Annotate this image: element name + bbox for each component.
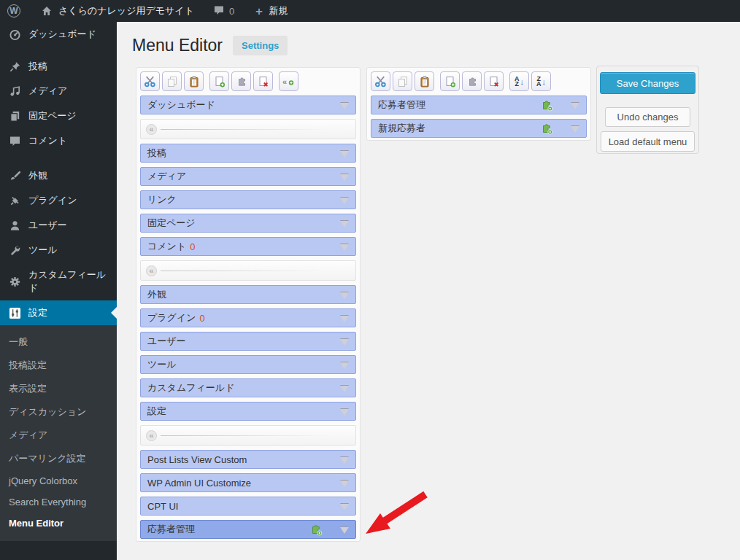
plugin-button[interactable] xyxy=(462,71,482,91)
delete-button[interactable] xyxy=(484,71,504,91)
sidebar-item-posts[interactable]: 投稿 xyxy=(0,54,117,79)
chevron-down-icon[interactable] xyxy=(340,362,349,373)
menu-separator[interactable]: « xyxy=(140,425,356,446)
chevron-down-icon[interactable] xyxy=(571,126,579,137)
sidebar-item-media[interactable]: メディア xyxy=(0,79,117,104)
chevron-down-icon[interactable] xyxy=(340,481,349,491)
custom-menu-panel: AZ ↓ ZA ↓ 応募者管理 xyxy=(366,67,591,141)
chevron-down-icon[interactable] xyxy=(340,339,349,350)
chevron-down-icon[interactable] xyxy=(340,174,349,185)
chevron-down-icon[interactable] xyxy=(340,316,349,327)
chevron-down-icon[interactable] xyxy=(340,198,349,209)
sidebar-item-settings[interactable]: 設定 xyxy=(0,300,117,325)
copy-button[interactable] xyxy=(393,71,412,91)
menu-item-cpt-ui[interactable]: CPT UI xyxy=(140,497,356,516)
chevron-down-icon[interactable] xyxy=(340,527,349,538)
paste-button[interactable] xyxy=(184,71,204,91)
right-panel-toolbar: AZ ↓ ZA ↓ xyxy=(367,68,590,95)
settings-button[interactable]: Settings xyxy=(233,36,288,55)
chevron-down-icon[interactable] xyxy=(571,103,579,114)
separator-line xyxy=(161,271,330,271)
sort-ascending-button[interactable]: AZ ↓ xyxy=(509,71,529,91)
menu-item-dashboard[interactable]: ダッシュボード xyxy=(140,96,356,114)
submenu-search-everything[interactable]: Search Everything xyxy=(0,491,117,513)
copy-button[interactable] xyxy=(162,71,182,91)
sidebar-item-post-lists-view-custom[interactable]: Post Lists View Custom xyxy=(0,551,117,560)
wp-logo-menu[interactable]: W xyxy=(0,0,28,22)
menu-item-tools[interactable]: ツール xyxy=(140,355,356,374)
sidebar-item-pages[interactable]: 固定ページ xyxy=(0,104,117,128)
chevron-down-icon[interactable] xyxy=(340,151,349,162)
available-menu-list: ダッシュボード « 投稿 メディア リンク 固定ページ xyxy=(136,95,360,539)
submenu-jquery-colorbox[interactable]: jQuery Colorbox xyxy=(0,470,117,491)
sort-descending-button[interactable]: ZA ↓ xyxy=(531,71,551,91)
chevron-down-icon[interactable] xyxy=(340,457,349,468)
new-separator-button[interactable]: « xyxy=(279,71,298,91)
menu-item-new-applicant[interactable]: 新規応募者 xyxy=(371,119,587,138)
new-content-menu[interactable]: ＋ 新規 xyxy=(246,0,295,22)
submenu-media[interactable]: メディア xyxy=(0,424,117,447)
chevron-down-icon[interactable] xyxy=(340,386,349,397)
tools-icon xyxy=(7,244,22,257)
menu-item-post-lists-view-custom[interactable]: Post Lists View Custom xyxy=(140,450,356,469)
comment-icon xyxy=(7,134,22,147)
menu-separator[interactable]: « xyxy=(140,119,356,139)
chevron-down-icon[interactable] xyxy=(340,504,349,515)
puzzle-icon xyxy=(466,76,478,88)
new-item-button[interactable] xyxy=(209,71,229,91)
gear-icon xyxy=(7,275,22,288)
menu-item-appearance[interactable]: 外観 xyxy=(140,285,356,304)
puzzle-icon xyxy=(236,76,247,88)
menu-item-media[interactable]: メディア xyxy=(140,167,356,186)
load-default-menu-button[interactable]: Load default menu xyxy=(601,131,695,152)
menu-item-plugins[interactable]: プラグイン 0 xyxy=(140,308,356,327)
sidebar-item-dashboard[interactable]: ダッシュボード xyxy=(0,22,117,47)
chevron-down-icon[interactable] xyxy=(340,292,349,303)
submenu-reading[interactable]: 表示設定 xyxy=(0,377,117,400)
menu-separator[interactable]: « xyxy=(140,260,356,281)
paste-button[interactable] xyxy=(415,71,434,91)
chevron-down-icon[interactable] xyxy=(340,221,349,232)
menu-item-applicant-management[interactable]: 応募者管理 xyxy=(371,96,587,114)
separator-line xyxy=(161,435,330,436)
menu-item-pages[interactable]: 固定ページ xyxy=(140,214,356,233)
menu-item-comments[interactable]: コメント 0 xyxy=(140,237,356,256)
submenu-writing[interactable]: 投稿設定 xyxy=(0,354,117,377)
menu-item-users[interactable]: ユーザー xyxy=(140,332,356,351)
submenu-general[interactable]: 一般 xyxy=(0,330,117,354)
menu-item-applicant-management[interactable]: 応募者管理 xyxy=(140,520,356,539)
plugin-button[interactable] xyxy=(231,71,251,91)
chevron-down-icon[interactable] xyxy=(340,244,349,255)
delete-button[interactable] xyxy=(253,71,273,91)
chevron-down-icon[interactable] xyxy=(340,103,349,114)
menu-item-wp-admin-ui-customize[interactable]: WP Admin UI Customize xyxy=(140,473,356,492)
menu-item-posts[interactable]: 投稿 xyxy=(140,144,356,163)
sidebar-item-custom-fields[interactable]: カスタムフィールド xyxy=(0,262,117,300)
undo-changes-button[interactable]: Undo changes xyxy=(605,107,690,127)
media-icon xyxy=(7,85,22,98)
sidebar-item-users[interactable]: ユーザー xyxy=(0,213,117,238)
wordpress-logo-icon: W xyxy=(7,4,20,18)
appearance-icon xyxy=(7,169,22,182)
sidebar-item-plugins[interactable]: プラグイン xyxy=(0,188,117,213)
submenu-menu-editor[interactable]: Menu Editor xyxy=(0,513,117,534)
clipboard-icon xyxy=(188,76,200,88)
sidebar-item-tools[interactable]: ツール xyxy=(0,238,117,262)
cut-button[interactable] xyxy=(140,71,160,91)
save-changes-button[interactable]: Save Changes xyxy=(600,72,695,94)
menu-item-settings[interactable]: 設定 xyxy=(140,402,356,421)
comments-menu[interactable]: 0 xyxy=(206,0,242,22)
cut-button[interactable] xyxy=(371,71,390,91)
submenu-discussion[interactable]: ディスカッション xyxy=(0,400,117,424)
new-item-button[interactable] xyxy=(440,71,460,91)
sidebar-item-appearance[interactable]: 外観 xyxy=(0,163,117,188)
menu-item-custom-fields[interactable]: カスタムフィールド xyxy=(140,378,356,397)
copy-icon xyxy=(166,76,178,88)
comment-bubble-icon xyxy=(213,5,225,18)
page-header: Menu Editor Settings xyxy=(117,22,740,55)
submenu-permalinks[interactable]: パーマリンク設定 xyxy=(0,447,117,470)
sidebar-item-comments[interactable]: コメント xyxy=(0,128,117,153)
menu-item-links[interactable]: リンク xyxy=(140,190,356,209)
chevron-down-icon[interactable] xyxy=(340,409,349,420)
site-name-menu[interactable]: さくらのナレッジ用デモサイト xyxy=(32,0,201,22)
